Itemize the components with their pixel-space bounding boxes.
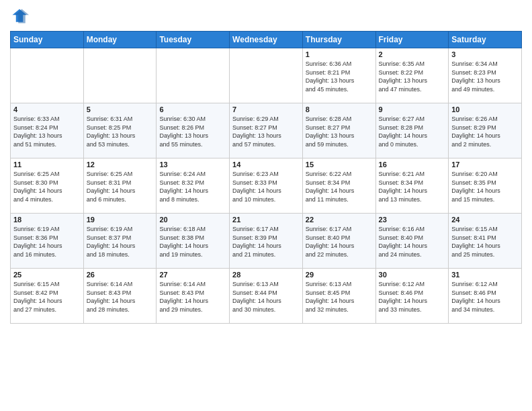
day-number: 4 <box>13 105 81 113</box>
day-cell: 2Sunrise: 6:35 AM Sunset: 8:22 PM Daylig… <box>375 48 449 103</box>
logo <box>10 7 32 26</box>
week-row-2: 4Sunrise: 6:33 AM Sunset: 8:24 PM Daylig… <box>11 103 522 158</box>
day-number: 1 <box>306 50 373 58</box>
day-cell: 24Sunrise: 6:15 AM Sunset: 8:41 PM Dayli… <box>449 214 522 269</box>
day-number: 19 <box>87 216 154 224</box>
day-info: Sunrise: 6:34 AM Sunset: 8:23 PM Dayligh… <box>451 60 519 93</box>
day-number: 15 <box>306 161 373 169</box>
day-info: Sunrise: 6:22 AM Sunset: 8:34 PM Dayligh… <box>306 170 373 203</box>
day-cell: 4Sunrise: 6:33 AM Sunset: 8:24 PM Daylig… <box>11 103 84 158</box>
day-number: 7 <box>232 105 300 113</box>
day-info: Sunrise: 6:24 AM Sunset: 8:32 PM Dayligh… <box>159 170 226 203</box>
day-cell: 7Sunrise: 6:29 AM Sunset: 8:27 PM Daylig… <box>230 103 303 158</box>
day-info: Sunrise: 6:29 AM Sunset: 8:27 PM Dayligh… <box>232 115 300 148</box>
calendar-body: 1Sunrise: 6:36 AM Sunset: 8:21 PM Daylig… <box>11 48 522 324</box>
day-number: 29 <box>306 271 373 279</box>
col-header-monday: Monday <box>83 32 157 48</box>
day-number: 23 <box>379 216 446 224</box>
day-cell <box>11 48 84 103</box>
day-number: 17 <box>451 161 519 169</box>
logo-icon <box>10 7 29 26</box>
day-info: Sunrise: 6:18 AM Sunset: 8:38 PM Dayligh… <box>159 225 226 259</box>
day-number: 18 <box>13 216 81 224</box>
day-cell: 25Sunrise: 6:15 AM Sunset: 8:42 PM Dayli… <box>11 269 84 324</box>
day-number: 30 <box>379 271 446 279</box>
day-number: 6 <box>159 105 226 113</box>
day-info: Sunrise: 6:17 AM Sunset: 8:39 PM Dayligh… <box>232 225 300 259</box>
day-number: 9 <box>379 105 446 113</box>
day-cell: 1Sunrise: 6:36 AM Sunset: 8:21 PM Daylig… <box>302 48 375 103</box>
day-cell: 21Sunrise: 6:17 AM Sunset: 8:39 PM Dayli… <box>230 214 303 269</box>
day-cell: 5Sunrise: 6:31 AM Sunset: 8:25 PM Daylig… <box>83 103 157 158</box>
day-info: Sunrise: 6:27 AM Sunset: 8:28 PM Dayligh… <box>379 115 446 148</box>
day-info: Sunrise: 6:30 AM Sunset: 8:26 PM Dayligh… <box>159 115 226 148</box>
day-number: 3 <box>451 50 519 58</box>
week-row-3: 11Sunrise: 6:25 AM Sunset: 8:30 PM Dayli… <box>11 158 522 214</box>
day-info: Sunrise: 6:13 AM Sunset: 8:45 PM Dayligh… <box>306 280 373 314</box>
header <box>10 7 522 26</box>
col-header-thursday: Thursday <box>302 32 375 48</box>
day-number: 8 <box>306 105 373 113</box>
day-info: Sunrise: 6:23 AM Sunset: 8:33 PM Dayligh… <box>232 170 300 203</box>
day-info: Sunrise: 6:15 AM Sunset: 8:42 PM Dayligh… <box>13 280 81 314</box>
week-row-4: 18Sunrise: 6:19 AM Sunset: 8:36 PM Dayli… <box>11 214 522 269</box>
day-number: 31 <box>451 271 519 279</box>
col-header-tuesday: Tuesday <box>157 32 230 48</box>
day-info: Sunrise: 6:12 AM Sunset: 8:46 PM Dayligh… <box>379 280 446 314</box>
day-number: 10 <box>451 105 519 113</box>
day-cell: 6Sunrise: 6:30 AM Sunset: 8:26 PM Daylig… <box>157 103 230 158</box>
header-row: SundayMondayTuesdayWednesdayThursdayFrid… <box>11 32 522 48</box>
day-number: 22 <box>306 216 373 224</box>
day-number: 5 <box>87 105 154 113</box>
day-cell: 16Sunrise: 6:21 AM Sunset: 8:34 PM Dayli… <box>375 158 449 214</box>
page: SundayMondayTuesdayWednesdayThursdayFrid… <box>0 0 532 411</box>
day-info: Sunrise: 6:14 AM Sunset: 8:43 PM Dayligh… <box>87 280 154 314</box>
day-cell: 27Sunrise: 6:14 AM Sunset: 8:43 PM Dayli… <box>157 269 230 324</box>
day-cell <box>230 48 303 103</box>
day-info: Sunrise: 6:20 AM Sunset: 8:35 PM Dayligh… <box>451 170 519 203</box>
day-info: Sunrise: 6:21 AM Sunset: 8:34 PM Dayligh… <box>379 170 446 203</box>
day-cell: 30Sunrise: 6:12 AM Sunset: 8:46 PM Dayli… <box>375 269 449 324</box>
day-cell: 26Sunrise: 6:14 AM Sunset: 8:43 PM Dayli… <box>83 269 157 324</box>
day-number: 27 <box>159 271 226 279</box>
day-cell: 28Sunrise: 6:13 AM Sunset: 8:44 PM Dayli… <box>230 269 303 324</box>
day-info: Sunrise: 6:36 AM Sunset: 8:21 PM Dayligh… <box>306 60 373 93</box>
day-number: 28 <box>232 271 300 279</box>
day-info: Sunrise: 6:16 AM Sunset: 8:40 PM Dayligh… <box>379 225 446 259</box>
day-cell: 19Sunrise: 6:19 AM Sunset: 8:37 PM Dayli… <box>83 214 157 269</box>
calendar-header: SundayMondayTuesdayWednesdayThursdayFrid… <box>11 32 522 48</box>
day-info: Sunrise: 6:19 AM Sunset: 8:37 PM Dayligh… <box>87 225 154 259</box>
day-cell: 17Sunrise: 6:20 AM Sunset: 8:35 PM Dayli… <box>449 158 522 214</box>
day-info: Sunrise: 6:31 AM Sunset: 8:25 PM Dayligh… <box>87 115 154 148</box>
day-number: 14 <box>232 161 300 169</box>
day-number: 13 <box>159 161 226 169</box>
day-info: Sunrise: 6:25 AM Sunset: 8:30 PM Dayligh… <box>13 170 81 203</box>
day-cell: 13Sunrise: 6:24 AM Sunset: 8:32 PM Dayli… <box>157 158 230 214</box>
day-cell: 8Sunrise: 6:28 AM Sunset: 8:27 PM Daylig… <box>302 103 375 158</box>
day-number: 11 <box>13 161 81 169</box>
week-row-1: 1Sunrise: 6:36 AM Sunset: 8:21 PM Daylig… <box>11 48 522 103</box>
day-cell: 12Sunrise: 6:25 AM Sunset: 8:31 PM Dayli… <box>83 158 157 214</box>
day-number: 21 <box>232 216 300 224</box>
calendar-table: SundayMondayTuesdayWednesdayThursdayFrid… <box>10 31 522 324</box>
day-info: Sunrise: 6:12 AM Sunset: 8:46 PM Dayligh… <box>451 280 519 314</box>
day-cell: 23Sunrise: 6:16 AM Sunset: 8:40 PM Dayli… <box>375 214 449 269</box>
day-number: 16 <box>379 161 446 169</box>
day-info: Sunrise: 6:13 AM Sunset: 8:44 PM Dayligh… <box>232 280 300 314</box>
day-info: Sunrise: 6:15 AM Sunset: 8:41 PM Dayligh… <box>451 225 519 259</box>
col-header-friday: Friday <box>375 32 449 48</box>
day-info: Sunrise: 6:25 AM Sunset: 8:31 PM Dayligh… <box>87 170 154 203</box>
day-number: 20 <box>159 216 226 224</box>
day-number: 26 <box>87 271 154 279</box>
day-number: 24 <box>451 216 519 224</box>
week-row-5: 25Sunrise: 6:15 AM Sunset: 8:42 PM Dayli… <box>11 269 522 324</box>
day-cell: 29Sunrise: 6:13 AM Sunset: 8:45 PM Dayli… <box>302 269 375 324</box>
day-info: Sunrise: 6:35 AM Sunset: 8:22 PM Dayligh… <box>379 60 446 93</box>
col-header-saturday: Saturday <box>449 32 522 48</box>
day-info: Sunrise: 6:28 AM Sunset: 8:27 PM Dayligh… <box>306 115 373 148</box>
day-number: 2 <box>379 50 446 58</box>
day-info: Sunrise: 6:19 AM Sunset: 8:36 PM Dayligh… <box>13 225 81 259</box>
col-header-wednesday: Wednesday <box>230 32 303 48</box>
day-number: 25 <box>13 271 81 279</box>
day-cell: 11Sunrise: 6:25 AM Sunset: 8:30 PM Dayli… <box>11 158 84 214</box>
